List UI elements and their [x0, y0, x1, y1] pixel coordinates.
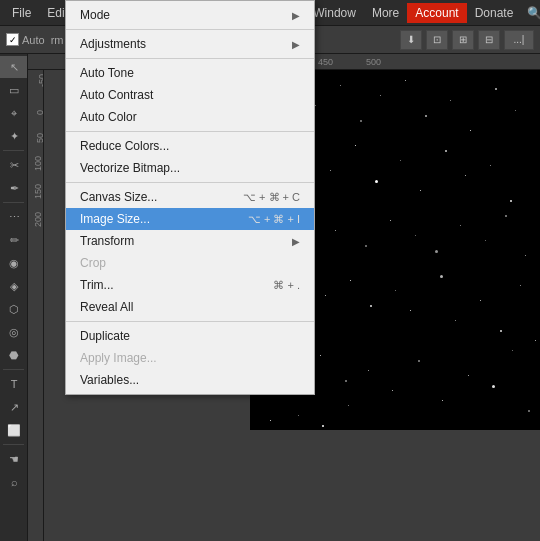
star	[435, 250, 438, 253]
star	[442, 400, 443, 401]
menu-item-label: Transform	[80, 234, 134, 248]
btn5[interactable]: ...|	[504, 30, 534, 50]
star	[365, 245, 367, 247]
marquee-tool[interactable]: ▭	[0, 79, 28, 101]
path-tool[interactable]: ↗	[0, 396, 28, 418]
zoom-tool[interactable]: ⌕	[0, 471, 28, 493]
magic-wand-tool[interactable]: ✦	[0, 125, 28, 147]
blur-tool[interactable]: ◎	[0, 321, 28, 343]
btn2[interactable]: ⊡	[426, 30, 448, 50]
shape-tool[interactable]: ⬜	[0, 419, 28, 441]
menu-item-duplicate[interactable]: Duplicate	[66, 325, 314, 347]
eraser-tool[interactable]: ◈	[0, 275, 28, 297]
star	[392, 390, 393, 391]
submenu-arrow-icon: ▶	[292, 39, 300, 50]
ruler-v-mark: 200	[33, 212, 43, 227]
star	[495, 88, 497, 90]
star	[345, 380, 347, 382]
star	[390, 220, 391, 221]
ruler-v-mark: 150	[33, 184, 43, 199]
menu-item-label: Mode	[80, 8, 110, 22]
hand-tool[interactable]: ☚	[0, 448, 28, 470]
star	[455, 320, 456, 321]
healing-tool[interactable]: ⋯	[0, 206, 28, 228]
type-tool[interactable]: T	[0, 373, 28, 395]
menu-item-label: Vectorize Bitmap...	[80, 161, 180, 175]
star	[320, 355, 321, 356]
menu-donate[interactable]: Donate	[467, 3, 522, 23]
menu-separator	[66, 58, 314, 59]
gradient-tool[interactable]: ⬡	[0, 298, 28, 320]
clone-tool[interactable]: ◉	[0, 252, 28, 274]
menu-item-shortcut: ⌘ + .	[273, 279, 300, 292]
ruler-mark: 450	[318, 57, 333, 67]
star	[315, 105, 316, 106]
menu-item-label: Apply Image...	[80, 351, 157, 365]
menu-more[interactable]: More	[364, 3, 407, 23]
star	[525, 255, 526, 256]
menu-item-label: Crop	[80, 256, 106, 270]
auto-checkbox[interactable]: ✓	[6, 33, 19, 46]
btn4[interactable]: ⊟	[478, 30, 500, 50]
menu-item-label: Auto Tone	[80, 66, 134, 80]
menu-item-image-size---[interactable]: Image Size...⌥ + ⌘ + I	[66, 208, 314, 230]
menu-item-variables---[interactable]: Variables...	[66, 369, 314, 391]
menu-item-reduce-colors---[interactable]: Reduce Colors...	[66, 135, 314, 157]
lasso-tool[interactable]: ⌖	[0, 102, 28, 124]
menu-item-auto-contrast[interactable]: Auto Contrast	[66, 84, 314, 106]
tools-panel: ↖ ▭ ⌖ ✦ ✂ ✒ ⋯ ✏ ◉ ◈ ⬡ ◎ ⬣ T ↗ ⬜ ☚ ⌕	[0, 54, 28, 541]
star	[360, 120, 362, 122]
menu-item-crop: Crop	[66, 252, 314, 274]
menu-item-label: Duplicate	[80, 329, 130, 343]
menu-item-label: Reduce Colors...	[80, 139, 169, 153]
dodge-tool[interactable]: ⬣	[0, 344, 28, 366]
star	[335, 230, 336, 231]
star	[500, 330, 502, 332]
menu-item-vectorize-bitmap---[interactable]: Vectorize Bitmap...	[66, 157, 314, 179]
star	[528, 410, 530, 412]
menu-item-transform[interactable]: Transform▶	[66, 230, 314, 252]
star	[520, 285, 521, 286]
star	[465, 175, 466, 176]
star	[512, 350, 513, 351]
menu-file[interactable]: File	[4, 3, 39, 23]
star	[350, 280, 351, 281]
star	[505, 215, 507, 217]
menu-item-shortcut: ⌥ + ⌘ + I	[248, 213, 300, 226]
menu-item-auto-color[interactable]: Auto Color	[66, 106, 314, 128]
menu-account[interactable]: Account	[407, 3, 466, 23]
menu-item-apply-image---: Apply Image...	[66, 347, 314, 369]
ruler-v-mark: 50	[35, 133, 44, 143]
menu-item-label: Adjustments	[80, 37, 146, 51]
star	[370, 305, 372, 307]
star	[418, 360, 420, 362]
menu-item-adjustments[interactable]: Adjustments▶	[66, 33, 314, 55]
star	[425, 115, 427, 117]
ruler-v-mark: -50	[37, 74, 44, 87]
star	[480, 300, 481, 301]
crop-tool[interactable]: ✂	[0, 154, 28, 176]
star	[348, 405, 349, 406]
ruler-vertical: -50 0 50 100 150 200	[28, 70, 44, 541]
eyedropper-tool[interactable]: ✒	[0, 177, 28, 199]
star	[380, 95, 381, 96]
move-tool[interactable]: ↖	[0, 56, 28, 78]
star	[410, 310, 411, 311]
menu-item-auto-tone[interactable]: Auto Tone	[66, 62, 314, 84]
star	[322, 425, 324, 427]
star	[375, 180, 378, 183]
star	[420, 190, 421, 191]
brush-tool[interactable]: ✏	[0, 229, 28, 251]
btn3[interactable]: ⊞	[452, 30, 474, 50]
menu-item-mode[interactable]: Mode▶	[66, 4, 314, 26]
menu-item-canvas-size---[interactable]: Canvas Size...⌥ + ⌘ + C	[66, 186, 314, 208]
menu-item-reveal-all[interactable]: Reveal All	[66, 296, 314, 318]
star	[440, 275, 443, 278]
image-menu-dropdown: Mode▶Adjustments▶Auto ToneAuto ContrastA…	[65, 0, 315, 395]
star	[485, 240, 486, 241]
menu-item-trim---[interactable]: Trim...⌘ + .	[66, 274, 314, 296]
star	[395, 290, 396, 291]
download-btn[interactable]: ⬇	[400, 30, 422, 50]
star	[535, 340, 536, 341]
search-icon[interactable]: 🔍	[521, 3, 540, 23]
